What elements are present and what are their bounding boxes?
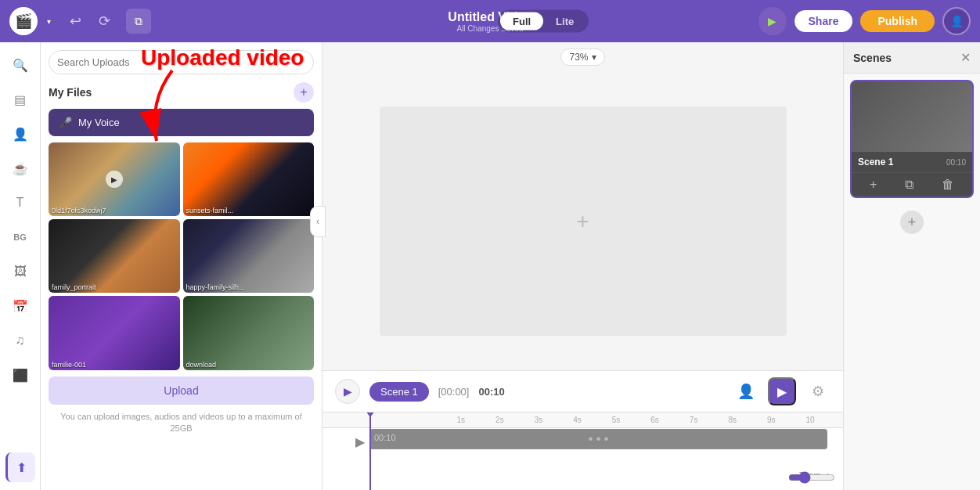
- scene-card-time: 00:10: [946, 158, 966, 167]
- sidebar-music-button[interactable]: ♫: [5, 326, 35, 355]
- track-dots: • • •: [589, 432, 609, 446]
- share-button[interactable]: Share: [794, 10, 853, 32]
- scene-name-button[interactable]: Scene 1: [369, 382, 429, 402]
- track-time-label: 00:10: [374, 433, 396, 442]
- playhead-head: [366, 412, 375, 417]
- scene-copy-action-button[interactable]: ⧉: [905, 178, 913, 192]
- user-avatar[interactable]: 👤: [942, 7, 971, 35]
- video-label-4: happy-family-silh...: [186, 283, 245, 291]
- header-right-controls: ▶ Share Publish 👤: [758, 7, 971, 35]
- canvas-wrapper: ‹ +: [322, 72, 843, 370]
- sidebar-subtitles-button[interactable]: ⬛: [5, 360, 35, 390]
- sidebar-media-button[interactable]: ▤: [5, 85, 35, 114]
- video-thumb-1[interactable]: ▶ 0ld1f7ofc3kodwj7: [49, 142, 180, 216]
- scene-media-insert-button[interactable]: ▶: [768, 377, 796, 405]
- ruler-mark-0: [416, 416, 456, 424]
- timeline-area: 1s 2s 3s 4s 5s 6s 7s 8s 9s 10 ▶: [322, 412, 843, 490]
- search-upload-input[interactable]: [49, 50, 314, 74]
- sidebar-props-button[interactable]: ☕: [5, 153, 35, 183]
- scene-card-1[interactable]: Scene 1 00:10 + ⧉ 🗑: [850, 80, 974, 198]
- timeline-main-block[interactable]: 00:10 • • •: [369, 429, 827, 449]
- sidebar-icons: 🔍 ▤ 👤 ☕ T BG 🖼 📅 ♫ ⬛ ⬆: [0, 42, 41, 490]
- timeline-ruler: 1s 2s 3s 4s 5s 6s 7s 8s 9s 10: [322, 413, 843, 428]
- canvas-toolbar: 73% ▾: [322, 42, 843, 72]
- scenes-close-button[interactable]: ✕: [960, 50, 971, 65]
- preview-play-button[interactable]: ▶: [758, 7, 787, 35]
- video-thumb-2[interactable]: sunsets-famil...: [183, 142, 315, 216]
- scene-bar: ▶ Scene 1 [00:00] 00:10 👤 ▶ ⚙: [322, 370, 843, 412]
- video-label-3: family_portrait: [52, 283, 96, 291]
- track-label-main: ▶: [322, 428, 369, 455]
- collapse-panel-button[interactable]: ‹: [310, 206, 326, 237]
- view-toggle: Full Lite: [498, 10, 589, 33]
- media-insert-icon: ▶: [777, 384, 787, 399]
- ruler-mark-10: 10: [804, 416, 843, 424]
- ruler-mark-9: 9s: [766, 416, 805, 424]
- scene-card-name: Scene 1: [858, 157, 893, 168]
- zoom-slider-container: [788, 471, 835, 487]
- upload-hint: You can upload images, audios and videos…: [49, 411, 314, 435]
- video-thumb-3[interactable]: family_portrait: [49, 219, 180, 293]
- redo-button[interactable]: ⟳: [94, 9, 115, 33]
- scene-time-current: 00:10: [478, 386, 504, 398]
- ruler-mark-5: 5s: [611, 416, 650, 424]
- scenes-title: Scenes: [853, 52, 892, 64]
- copy-button[interactable]: ⧉: [126, 9, 151, 34]
- video-grid: ▶ 0ld1f7ofc3kodwj7 sunsets-famil... fami…: [49, 142, 314, 370]
- zoom-badge[interactable]: 73% ▾: [560, 49, 604, 66]
- scene-time-start: [00:00]: [438, 386, 470, 398]
- sidebar-text-button[interactable]: T: [5, 188, 35, 218]
- upload-panel: My Files + 🎤 My Voice ▶ 0ld1f7ofc3kodwj7…: [41, 42, 322, 490]
- ruler-mark-3: 3s: [533, 416, 572, 424]
- lite-view-button[interactable]: Lite: [543, 13, 586, 31]
- scene-card-footer: Scene 1 00:10: [852, 152, 972, 172]
- tracks-column: 00:10 • • •: [369, 428, 843, 455]
- my-files-header: My Files +: [49, 82, 314, 103]
- scene-card-thumbnail: [852, 81, 972, 152]
- video-label-1: 0ld1f7ofc3kodwj7: [52, 207, 106, 214]
- upload-button[interactable]: Upload: [49, 377, 314, 405]
- full-view-button[interactable]: Full: [500, 13, 543, 31]
- track-labels: ▶: [322, 428, 369, 455]
- sidebar-image-button[interactable]: 🖼: [5, 257, 35, 286]
- scene-add-action-button[interactable]: +: [870, 178, 877, 192]
- ruler-marks: 1s 2s 3s 4s 5s 6s 7s 8s 9s 10: [416, 416, 843, 424]
- my-voice-button[interactable]: 🎤 My Voice: [49, 109, 314, 136]
- ruler-mark-2: 2s: [494, 416, 533, 424]
- mic-icon: 🎤: [59, 117, 72, 128]
- my-voice-label: My Voice: [78, 117, 120, 128]
- video-thumb-4[interactable]: happy-family-silh...: [183, 219, 315, 293]
- scene-play-button[interactable]: ▶: [335, 379, 360, 404]
- main-layout: 🔍 ▤ 👤 ☕ T BG 🖼 📅 ♫ ⬛ ⬆ My Files + 🎤 My V…: [0, 42, 980, 490]
- ruler-mark-6: 6s: [649, 416, 688, 424]
- sidebar-calendar-button[interactable]: 📅: [5, 291, 35, 321]
- sidebar-search-button[interactable]: 🔍: [5, 50, 35, 80]
- sidebar-upload-button[interactable]: ⬆: [5, 452, 35, 482]
- app-logo[interactable]: 🎬: [9, 7, 38, 35]
- scene-delete-action-button[interactable]: 🗑: [942, 178, 954, 192]
- video-canvas[interactable]: +: [380, 106, 787, 336]
- canvas-area: 73% ▾ ‹ + ▶ Scene 1 [00:00] 00:10 👤 ▶ ⚙: [322, 42, 843, 490]
- playhead[interactable]: [369, 413, 371, 490]
- video-thumb-5[interactable]: familie-001: [49, 296, 180, 369]
- scene-avatar-button[interactable]: 👤: [733, 379, 758, 404]
- add-folder-button[interactable]: +: [294, 82, 314, 103]
- scenes-panel: Scenes ✕ Scene 1 00:10 + ⧉ 🗑 +: [843, 42, 980, 490]
- scene-card-actions: + ⧉ 🗑: [852, 172, 972, 196]
- scenes-panel-header: Scenes ✕: [844, 42, 980, 74]
- video-thumb-6[interactable]: download: [183, 296, 315, 369]
- history-controls: ↩ ⟳: [62, 9, 115, 33]
- video-label-5: familie-001: [52, 361, 86, 369]
- zoom-slider[interactable]: [788, 471, 835, 484]
- scene-settings-button[interactable]: ⚙: [805, 379, 830, 404]
- logo-dropdown-arrow[interactable]: ▾: [47, 17, 51, 26]
- publish-button[interactable]: Publish: [860, 10, 935, 32]
- add-element-icon: +: [576, 209, 589, 234]
- sidebar-avatar-button[interactable]: 👤: [5, 119, 35, 149]
- sidebar-bg-button[interactable]: BG: [5, 222, 35, 252]
- add-scene-button[interactable]: +: [900, 211, 924, 234]
- ruler-mark-4: 4s: [571, 416, 611, 424]
- ruler-mark-7: 7s: [688, 416, 727, 424]
- play-overlay-1: ▶: [106, 171, 123, 188]
- undo-button[interactable]: ↩: [65, 9, 86, 33]
